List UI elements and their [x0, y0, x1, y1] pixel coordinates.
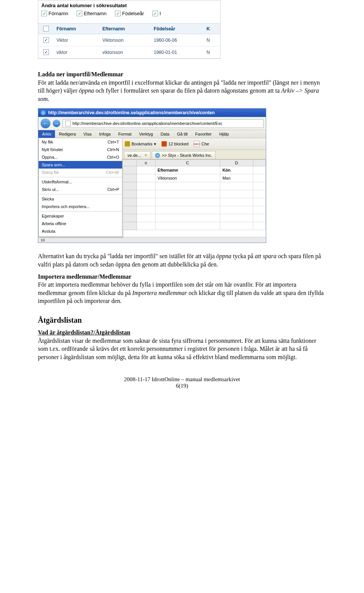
heading-atgardslistan: Åtgärdslistan	[38, 316, 326, 325]
section-importera: Importera medlemmar/Medlemmar För att im…	[38, 273, 326, 305]
address-bar-row: ← → http://memberarchive.dev.idrottonlin…	[38, 117, 266, 130]
abc-icon: ABC	[194, 141, 200, 147]
menu-item-oppna[interactable]: Öppna... Ctrl+O	[39, 153, 122, 161]
column-checkbox-extra[interactable]: ✓ I	[152, 11, 161, 16]
menu-item-egenskaper[interactable]: Egenskaper	[39, 212, 122, 220]
search-columns-panel: Ändra antal kolumner i sökresultatet ✓ F…	[38, 0, 221, 59]
block-icon	[162, 141, 167, 147]
heading-importera: Importera medlemmar/Medlemmar	[38, 273, 132, 280]
cell-ar: 1980-01-01	[151, 46, 204, 58]
menu-visa[interactable]: Visa	[80, 130, 95, 138]
menu-item-arbeta-offline[interactable]: Arbeta offline	[39, 220, 122, 227]
browser-tab[interactable]: >> Styx - Skunk Works Inc.	[152, 151, 215, 159]
table-header-k[interactable]: K	[204, 24, 220, 34]
column-checkbox-fodelsear[interactable]: ✓ Födelseår	[115, 11, 144, 16]
footer-line1: 2008-11-17 IdrottOnline – manual medlems…	[124, 376, 240, 382]
page-footer: 2008-11-17 IdrottOnline – manual medlems…	[38, 376, 326, 389]
checkmark-icon: ✓	[152, 11, 158, 16]
section-ladda: Ladda ner importfil/Medlemmar För att la…	[38, 70, 326, 103]
toolbar-bookmarks[interactable]: Bookmarks▾	[125, 141, 156, 147]
window-titlebar: http://memberarchive.dev.idrottonline.se…	[38, 109, 266, 117]
subheading-atgard: Vad är åtgärdslistan?/Åtgärdslistan	[38, 329, 130, 336]
table-header-check[interactable]	[38, 24, 53, 34]
checkmark-icon: ✓	[41, 11, 47, 16]
spreadsheet-area: Bookmarks▾ 12 blocked ABC Che ve.de... ×	[122, 138, 266, 237]
menu-item-spara-som[interactable]: Spara som...	[39, 161, 122, 169]
back-button[interactable]: ←	[41, 118, 50, 128]
cell-efternamn: viktorsson	[99, 46, 151, 58]
ie-window: http://memberarchive.dev.idrottonline.se…	[38, 108, 266, 243]
page-icon	[65, 121, 71, 126]
column-checkbox-fornamn[interactable]: ✓ Förnamn	[41, 11, 68, 16]
heading-ladda: Ladda ner importfil/Medlemmar	[38, 71, 123, 77]
forward-button[interactable]: →	[53, 120, 60, 127]
toolbar-spellcheck[interactable]: ABC Che	[194, 141, 209, 147]
cell-efternamn: Viktorsson	[99, 34, 151, 46]
checkbox-label: Födelseår	[122, 11, 144, 16]
ie-icon	[155, 153, 160, 158]
table-row[interactable]: ✓ viktor viktorsson 1980-01-01 N	[38, 46, 220, 58]
menu-format[interactable]: Format	[115, 130, 135, 138]
star-icon	[125, 141, 130, 147]
toolbar-blocked[interactable]: 12 blocked	[162, 141, 188, 147]
menu-item-import-export[interactable]: Importera och exportera...	[39, 203, 122, 210]
cell-k: N	[204, 46, 220, 58]
section-alternative: Alternativt kan du trycka på "ladda ner …	[38, 252, 326, 268]
checkbox-label: Efternamn	[84, 11, 107, 16]
window-title: http://memberarchive.dev.idrottonline.se…	[48, 110, 215, 115]
arkiv-dropdown: Ny flik Ctrl+T Nytt fönster Ctrl+N Öppna…	[38, 138, 122, 237]
tab-strip: ve.de... × >> Styx - Skunk Works Inc.	[122, 150, 266, 159]
close-icon[interactable]: ×	[144, 153, 147, 158]
cell-fornamn: Viktor	[53, 34, 99, 46]
menu-favoriter[interactable]: Favoriter	[191, 130, 215, 138]
menu-gatill[interactable]: Gå till	[173, 130, 191, 138]
ie-icon	[41, 110, 46, 115]
address-text: http://memberarchive.dev.idrottonline.se…	[72, 121, 222, 126]
menu-item-avsluta[interactable]: Avsluta	[39, 227, 122, 235]
row-checkbox[interactable]: ✓	[43, 37, 49, 43]
menu-item-ny-flik[interactable]: Ny flik Ctrl+T	[39, 138, 122, 146]
menu-item-skicka[interactable]: Skicka	[39, 195, 122, 203]
footer-page: 6(19)	[176, 383, 188, 389]
checkmark-icon: ✓	[77, 11, 82, 16]
row-number: 10	[38, 237, 266, 243]
menu-item-stang-flik: Stäng flik Ctrl+W	[39, 169, 122, 176]
menu-item-skriv-ut[interactable]: Skriv ut... Ctrl+P	[39, 186, 122, 193]
menu-bar: Arkiv Redigera Visa Infoga Format Verkty…	[38, 130, 266, 138]
panel-title: Ändra antal kolumner i sökresultatet	[38, 0, 220, 10]
section-atgard: Vad är åtgärdslistan?/Åtgärdslistan Åtgä…	[38, 328, 326, 361]
menu-item-utskriftsformat[interactable]: Utskriftsformat...	[39, 178, 122, 186]
menu-hjalp[interactable]: Hjälp	[215, 130, 232, 138]
excel-grid[interactable]: n C D Efternamn Kön	[122, 159, 266, 230]
results-table: Förnamn Efternamn Födelseår K ✓ Viktor V…	[38, 23, 220, 58]
checkbox-label: Förnamn	[49, 11, 68, 16]
row-checkbox[interactable]: ✓	[43, 49, 49, 55]
cell-k: N	[204, 34, 220, 46]
menu-data[interactable]: Data	[157, 130, 173, 138]
menu-arkiv[interactable]: Arkiv	[38, 130, 55, 138]
cell-fornamn: viktor	[53, 46, 99, 58]
checkmark-icon: ✓	[115, 11, 121, 16]
table-header-efternamn[interactable]: Efternamn	[99, 24, 151, 34]
checkbox-label: I	[160, 11, 161, 16]
address-bar[interactable]: http://memberarchive.dev.idrottonline.se…	[63, 119, 264, 128]
browser-tab[interactable]: ve.de... ×	[124, 151, 151, 159]
column-checkbox-efternamn[interactable]: ✓ Efternamn	[77, 11, 107, 16]
menu-redigera[interactable]: Redigera	[55, 130, 80, 138]
menu-infoga[interactable]: Infoga	[95, 130, 115, 138]
table-header-fodelsear[interactable]: Födelseår	[151, 24, 204, 34]
cell-ar: 1960-06-06	[151, 34, 204, 46]
menu-item-nytt-fonster[interactable]: Nytt fönster Ctrl+N	[39, 146, 122, 153]
table-header-fornamn[interactable]: Förnamn	[53, 24, 99, 34]
menu-verktyg[interactable]: Verktyg	[135, 130, 157, 138]
table-row[interactable]: ✓ Viktor Viktorsson 1960-06-06 N	[38, 34, 220, 46]
